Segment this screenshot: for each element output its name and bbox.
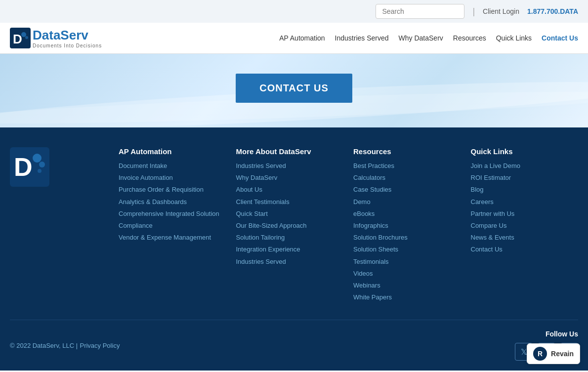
footer-link-1-5[interactable]: Our Bite-Sized Approach: [236, 221, 344, 230]
footer-col-3: Quick LinksJoin a Live DemoROI Estimator…: [471, 147, 579, 305]
footer-col-title-2: Resources: [353, 147, 461, 156]
footer-link-2-9[interactable]: Videos: [353, 269, 461, 278]
footer-link-3-2[interactable]: Blog: [471, 185, 579, 194]
footer-logo-icon: D: [10, 147, 49, 187]
logo[interactable]: D DataServ Documents Into Decisions: [10, 28, 102, 48]
search-wrapper: [376, 4, 464, 19]
footer-col-1: More About DataServIndustries ServedWhy …: [236, 147, 344, 305]
footer-link-0-0[interactable]: Document Intake: [119, 162, 226, 170]
logo-text: DataServ Documents Into Decisions: [33, 28, 102, 48]
header: D DataServ Documents Into Decisions AP A…: [0, 23, 588, 54]
top-bar: | Client Login 1.877.700.DATA: [0, 0, 588, 23]
logo-main-text: DataServ: [33, 28, 88, 42]
revain-icon: R: [533, 347, 547, 361]
footer-link-1-8[interactable]: Industries Served: [236, 257, 344, 266]
footer-link-2-3[interactable]: Demo: [353, 198, 461, 207]
footer-col-0: AP AutomationDocument IntakeInvoice Auto…: [119, 147, 226, 305]
copyright-text: © 2022 DataServ, LLC |: [10, 342, 78, 349]
nav-industries-served[interactable]: Industries Served: [335, 34, 389, 42]
revain-badge[interactable]: R Revain: [527, 343, 580, 364]
footer-link-2-2[interactable]: Case Studies: [353, 185, 461, 194]
revain-label: Revain: [551, 350, 574, 358]
footer-col-title-1: More About DataServ: [236, 147, 344, 156]
footer-link-2-10[interactable]: Webinars: [353, 281, 461, 290]
svg-point-2: [21, 32, 26, 37]
footer-link-2-1[interactable]: Calculators: [353, 173, 461, 182]
footer-link-2-0[interactable]: Best Practices: [353, 162, 461, 170]
nav-contact-us[interactable]: Contact Us: [542, 34, 578, 42]
footer-bottom: © 2022 DataServ, LLC | Privacy Policy Fo…: [10, 320, 578, 361]
footer-columns: AP AutomationDocument IntakeInvoice Auto…: [119, 147, 578, 305]
footer-col-title-0: AP Automation: [119, 147, 226, 156]
nav-why-dataserv[interactable]: Why DataServ: [399, 34, 443, 42]
svg-point-3: [25, 36, 28, 39]
contact-us-button[interactable]: CONTACT US: [236, 74, 352, 103]
footer-link-2-8[interactable]: Testimonials: [353, 257, 461, 266]
svg-point-8: [38, 169, 42, 173]
footer-logo-col: D: [10, 147, 99, 305]
top-bar-divider: |: [472, 6, 475, 17]
footer-link-0-2[interactable]: Purchase Order & Requisition: [119, 185, 226, 194]
main-nav: AP Automation Industries Served Why Data…: [279, 34, 578, 42]
footer-link-2-11[interactable]: White Papers: [353, 293, 461, 302]
svg-point-7: [39, 162, 45, 167]
search-input[interactable]: [376, 4, 464, 19]
footer-col-2: ResourcesBest PracticesCalculatorsCase S…: [353, 147, 461, 305]
footer: D AP AutomationDocument IntakeInvoice Au…: [0, 127, 588, 371]
logo-icon: D: [10, 28, 31, 48]
footer-link-1-7[interactable]: Integration Experience: [236, 245, 344, 254]
nav-ap-automation[interactable]: AP Automation: [279, 34, 325, 42]
footer-link-1-0[interactable]: Industries Served: [236, 162, 344, 170]
follow-us-label: Follow Us: [546, 330, 578, 338]
footer-link-2-5[interactable]: Infographics: [353, 221, 461, 230]
footer-col-title-3: Quick Links: [471, 147, 579, 156]
footer-link-1-6[interactable]: Solution Tailoring: [236, 233, 344, 242]
copyright-section: © 2022 DataServ, LLC | Privacy Policy: [10, 341, 120, 350]
footer-link-1-3[interactable]: Client Testimonials: [236, 198, 344, 207]
footer-link-3-5[interactable]: Compare Us: [471, 221, 579, 230]
footer-link-0-4[interactable]: Comprehensive Integrated Solution: [119, 209, 226, 218]
footer-link-3-1[interactable]: ROI Estimator: [471, 173, 579, 182]
svg-text:D: D: [14, 153, 33, 181]
footer-link-3-3[interactable]: Careers: [471, 198, 579, 207]
footer-link-0-3[interactable]: Analytics & Dashboards: [119, 198, 226, 207]
nav-resources[interactable]: Resources: [453, 34, 486, 42]
logo-sub-text: Documents Into Decisions: [33, 43, 102, 48]
footer-link-3-7[interactable]: Contact Us: [471, 245, 579, 254]
footer-link-0-5[interactable]: Compliance: [119, 221, 226, 230]
privacy-policy-link[interactable]: Privacy Policy: [80, 342, 120, 349]
footer-link-0-1[interactable]: Invoice Automation: [119, 173, 226, 182]
footer-link-3-6[interactable]: News & Events: [471, 233, 579, 242]
footer-link-2-7[interactable]: Solution Sheets: [353, 245, 461, 254]
footer-link-1-2[interactable]: About Us: [236, 185, 344, 194]
footer-link-0-6[interactable]: Vendor & Expense Management: [119, 233, 226, 242]
footer-link-2-6[interactable]: Solution Brochures: [353, 233, 461, 242]
footer-main: D AP AutomationDocument IntakeInvoice Au…: [10, 147, 578, 320]
footer-link-3-4[interactable]: Partner with Us: [471, 209, 579, 218]
hero-section: CONTACT US: [0, 54, 588, 127]
footer-link-3-0[interactable]: Join a Live Demo: [471, 162, 579, 170]
nav-quick-links[interactable]: Quick Links: [496, 34, 532, 42]
footer-link-1-4[interactable]: Quick Start: [236, 209, 344, 218]
footer-link-2-4[interactable]: eBooks: [353, 209, 461, 218]
footer-link-1-1[interactable]: Why DataServ: [236, 173, 344, 182]
phone-number: 1.877.700.DATA: [527, 7, 578, 15]
client-login-link[interactable]: Client Login: [483, 7, 519, 15]
svg-point-6: [33, 154, 42, 163]
svg-text:D: D: [13, 32, 22, 46]
